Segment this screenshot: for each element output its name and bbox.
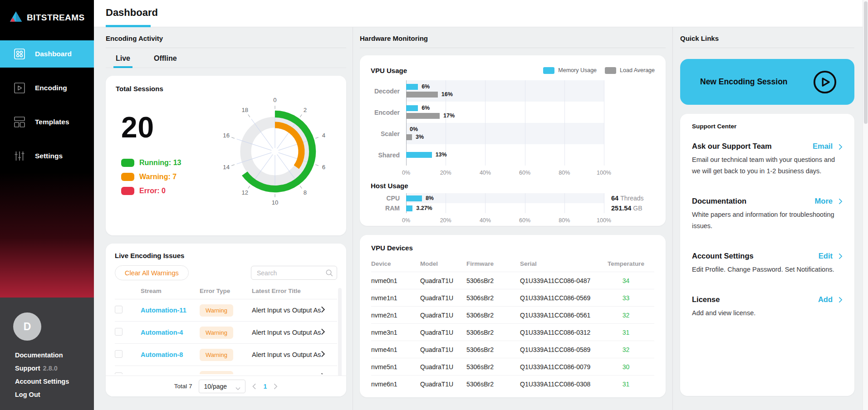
legend-swatch: [605, 67, 616, 74]
support-item-license: LicenseAddAdd and view license.: [692, 295, 843, 319]
chevron-right-icon[interactable]: [321, 373, 325, 375]
error-type-badge: Warning: [200, 371, 233, 375]
bar-value-label: 3%: [416, 134, 424, 140]
device-model: QuadraT1U: [420, 294, 466, 302]
sidebar-item-dashboard[interactable]: Dashboard: [0, 40, 94, 68]
bar-value-label: 6%: [422, 105, 430, 111]
support-item-action-link[interactable]: Add: [818, 295, 843, 304]
issues-table: Stream Error Type Latest Error Title Aut…: [115, 283, 337, 374]
sidebar-item-encoding[interactable]: Encoding: [0, 74, 94, 102]
sidebar-link-support[interactable]: Support2.8.0: [15, 364, 94, 372]
settings-icon: [14, 150, 25, 162]
support-item-action-link[interactable]: Edit: [819, 252, 843, 260]
legend-warning: Warning: 7: [121, 173, 213, 181]
page-scrollbar-thumb[interactable]: [864, 1, 868, 124]
avatar[interactable]: D: [13, 312, 41, 341]
x-axis-tick: 40%: [480, 170, 491, 176]
device-model: QuadraT1U: [420, 312, 466, 319]
host-capacity-label: 64Threads: [611, 195, 644, 202]
sidebar-item-settings[interactable]: Settings: [0, 142, 94, 170]
legend-load-average: Load Average: [605, 67, 655, 74]
issues-scrollbar[interactable]: [338, 288, 342, 382]
clear-all-warnings-button[interactable]: Clear All Warnings: [115, 265, 189, 280]
vpu-devices-card: VPU Devices Device Model Firmware Serial…: [360, 235, 666, 397]
hardware-monitoring-title: Hardware Monitoring: [360, 34, 666, 48]
next-page-button[interactable]: [274, 383, 278, 390]
legend-swatch: [121, 173, 134, 181]
legend-label: Warning: 7: [139, 173, 177, 181]
stream-link[interactable]: Automation-4: [141, 329, 183, 336]
device-model: QuadraT1U: [420, 329, 466, 336]
device-name: nvme0n1: [371, 277, 420, 284]
device-firmware: 5306sBr2: [466, 312, 520, 319]
host-usage-chart: CPURAM 0%20%40%60%80%100%8%64Threads3.27…: [371, 193, 655, 213]
svg-text:4: 4: [322, 132, 325, 139]
legend-swatch: [121, 187, 134, 195]
stream-link[interactable]: Automation-17: [141, 373, 187, 374]
support-item-action-link[interactable]: Email: [813, 142, 843, 151]
hardware-monitoring-section: Hardware Monitoring VPU Usage Memory Usa…: [353, 27, 672, 410]
page-size-select[interactable]: 10/page: [199, 380, 245, 393]
device-firmware: 5306sBr2: [466, 277, 520, 284]
bar-value-label: 6%: [422, 84, 430, 90]
row-checkbox[interactable]: [115, 350, 123, 358]
sidebar-item-templates[interactable]: Templates: [0, 108, 94, 136]
encoding-activity-section: Encoding Activity LiveOffline Total Sess…: [94, 27, 353, 410]
stream-link[interactable]: Automation-11: [141, 307, 186, 314]
support-item-ask-our-support-team: Ask our Support TeamEmailEmail our techn…: [692, 142, 843, 177]
device-row: nvme1n1QuadraT1U5306sBr2Q1U339A11CC086-0…: [371, 289, 654, 306]
issue-row: Automation-11WarningAlert Input vs Outpu…: [115, 299, 337, 321]
error-type-badge: Warning: [200, 327, 233, 339]
brand-name: BITSTREAMS: [27, 13, 85, 23]
sidebar-link-documentation[interactable]: Documentation: [15, 351, 94, 359]
svg-text:12: 12: [241, 189, 248, 196]
vpu-devices-title: VPU Devices: [371, 244, 654, 252]
chevron-right-icon[interactable]: [321, 351, 325, 357]
chevron-right-icon[interactable]: [321, 328, 325, 335]
support-item-title: Account Settings: [692, 252, 754, 260]
support-item-action-link[interactable]: More: [815, 197, 843, 205]
device-row: nvme5n1QuadraT1U5306sBr2Q1U339A11CC086-0…: [371, 358, 654, 375]
sidebar-item-label: Templates: [35, 118, 69, 126]
sessions-legend: Running: 13Warning: 7Error: 0: [121, 159, 213, 195]
page-title: Dashboard: [106, 7, 158, 19]
row-checkbox[interactable]: [115, 306, 123, 313]
chevron-right-icon: [839, 296, 843, 303]
svg-text:8: 8: [303, 189, 306, 196]
host-usage-title: Host Usage: [371, 182, 655, 190]
sidebar-item-label: Settings: [35, 152, 63, 160]
bar: [406, 205, 412, 211]
row-checkbox[interactable]: [115, 372, 123, 375]
sidebar-link-account-settings[interactable]: Account Settings: [15, 377, 94, 386]
chevron-right-icon: [839, 253, 843, 259]
bar-value-label: 8%: [426, 195, 434, 201]
issues-table-header: Stream Error Type Latest Error Title: [115, 283, 337, 299]
page-scrollbar[interactable]: [863, 0, 868, 410]
legend-memory-usage: Memory Usage: [543, 67, 597, 74]
bar: [406, 152, 432, 158]
bar: [406, 92, 438, 98]
row-checkbox[interactable]: [115, 328, 123, 336]
total-sessions-card: Total Sessions 20 Running: 13Warning: 7E…: [106, 76, 346, 235]
prev-page-button[interactable]: [252, 383, 256, 390]
device-temperature: 32: [598, 346, 654, 353]
device-firmware: 5306sBr2: [466, 329, 520, 336]
device-row: nvme3n1QuadraT1U5306sBr2Q1U339A11CC086-0…: [371, 323, 654, 341]
page-number[interactable]: 1: [263, 383, 267, 390]
brand-logo[interactable]: BITSTREAMS: [0, 0, 94, 28]
sessions-gauge-chart: 024681012141618: [213, 94, 336, 209]
chevron-right-icon[interactable]: [321, 306, 325, 313]
tab-offline[interactable]: Offline: [154, 54, 177, 68]
new-encoding-session-button[interactable]: New Encoding Session: [680, 59, 854, 105]
tab-live[interactable]: Live: [116, 54, 130, 68]
svg-text:10: 10: [271, 199, 278, 206]
sidebar-item-label: Encoding: [35, 84, 67, 92]
vpu-usage-chart: DecoderEncoderScalerShared 0%20%40%60%80…: [371, 80, 655, 166]
search-input[interactable]: [251, 266, 337, 280]
quick-links-section: Quick Links New Encoding Session Support…: [672, 27, 868, 410]
sidebar-link-log-out[interactable]: Log Out: [15, 390, 94, 399]
stream-link[interactable]: Automation-8: [141, 351, 183, 358]
vpu-devices-table: Device Model Firmware Serial Temperature…: [371, 255, 654, 392]
legend-swatch: [121, 159, 134, 167]
support-item-description: White papers and information for trouble…: [692, 209, 843, 232]
